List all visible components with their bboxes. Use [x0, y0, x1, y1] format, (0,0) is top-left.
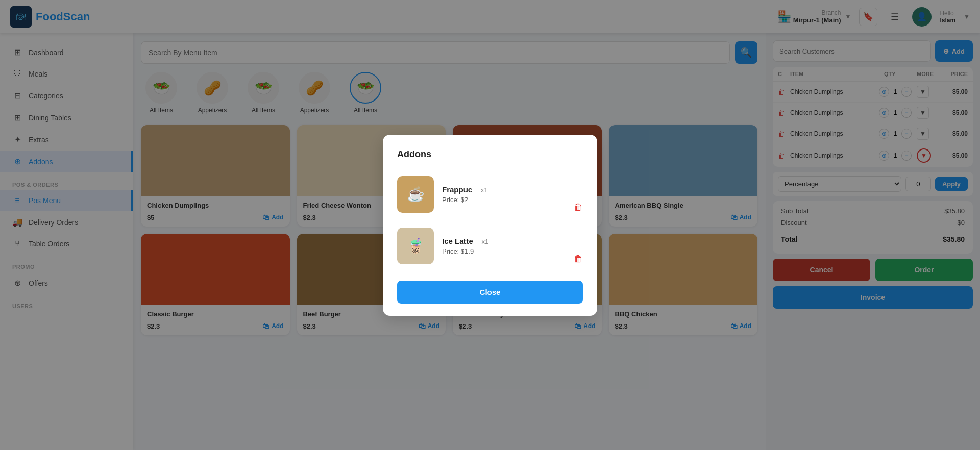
- modal-overlay[interactable]: Addons ☕ Frappuc x1 Price: $2 🗑 🧋 Ice La…: [0, 0, 980, 450]
- addon-img-ice-latte: 🧋: [397, 228, 434, 264]
- addon-info-ice-latte: Ice Latte x1 Price: $1.9: [442, 237, 583, 255]
- addon-delete-frappuc-icon[interactable]: 🗑: [574, 202, 583, 213]
- addon-name-frappuc: Frappuc x1: [442, 185, 583, 194]
- addon-name-ice-latte: Ice Latte x1: [442, 237, 583, 245]
- addon-img-frappuc: ☕: [397, 176, 434, 213]
- addon-price-ice-latte: Price: $1.9: [442, 247, 583, 255]
- modal-title: Addons: [397, 149, 583, 160]
- addon-item-ice-latte: 🧋 Ice Latte x1 Price: $1.9 🗑: [397, 220, 583, 271]
- addon-item-frappuc: ☕ Frappuc x1 Price: $2 🗑: [397, 169, 583, 220]
- addons-modal: Addons ☕ Frappuc x1 Price: $2 🗑 🧋 Ice La…: [383, 135, 597, 316]
- addon-info-frappuc: Frappuc x1 Price: $2: [442, 185, 583, 204]
- modal-close-button[interactable]: Close: [397, 281, 583, 304]
- addon-price-frappuc: Price: $2: [442, 196, 583, 204]
- addon-delete-ice-latte-icon[interactable]: 🗑: [574, 254, 583, 264]
